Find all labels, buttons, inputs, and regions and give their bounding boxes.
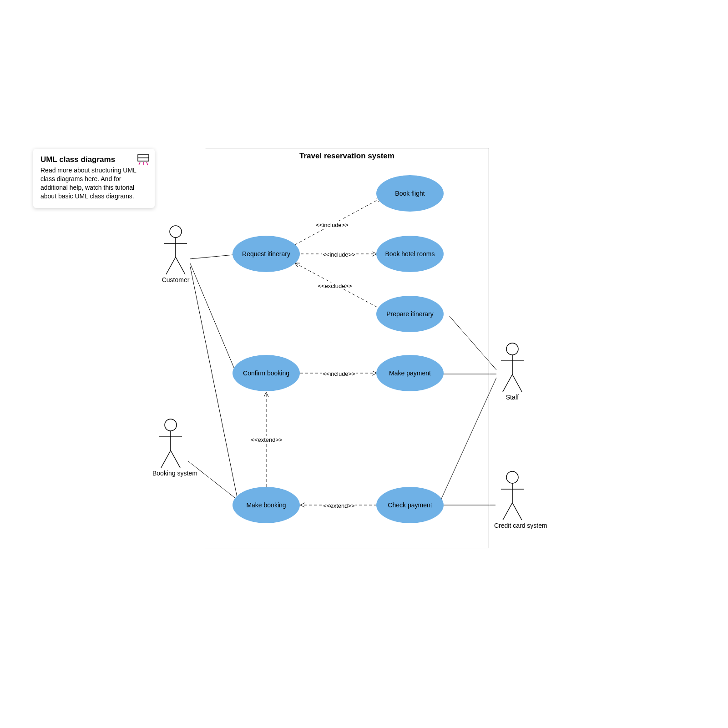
actor-label-booking-system: Booking system: [152, 470, 189, 477]
tip-body: Read more about structuring UML class di…: [40, 166, 147, 201]
svg-line-32: [503, 374, 512, 392]
diagram-canvas: UML class diagrams Read more about struc…: [0, 0, 728, 728]
svg-line-22: [166, 257, 176, 274]
svg-point-34: [506, 471, 518, 483]
svg-point-24: [165, 419, 177, 431]
actor-booking-system[interactable]: Booking system: [152, 419, 189, 477]
actor-label-customer: Customer: [157, 276, 194, 283]
system-title: Travel reservation system: [205, 152, 489, 161]
actor-credit-card-system[interactable]: Credit card system: [494, 471, 531, 529]
usecase-request-itinerary[interactable]: Request itinerary: [233, 236, 300, 272]
svg-line-4: [147, 162, 148, 165]
usecase-book-flight[interactable]: Book flight: [376, 175, 444, 212]
svg-line-27: [161, 450, 171, 468]
actor-customer[interactable]: Customer: [157, 225, 194, 283]
usecase-make-booking[interactable]: Make booking: [233, 487, 300, 523]
svg-point-29: [506, 343, 518, 355]
actor-label-credit-card-system: Credit card system: [494, 522, 531, 529]
actor-staff[interactable]: Staff: [494, 343, 531, 401]
usecase-prepare-itinerary[interactable]: Prepare itinerary: [376, 296, 444, 332]
svg-line-23: [176, 257, 185, 274]
svg-line-38: [512, 503, 522, 520]
usecase-make-payment[interactable]: Make payment: [376, 355, 444, 391]
svg-line-28: [171, 450, 180, 468]
tip-title: UML class diagrams: [40, 155, 147, 164]
usecase-check-payment[interactable]: Check payment: [376, 487, 444, 523]
svg-line-33: [512, 374, 522, 392]
svg-point-19: [170, 226, 182, 238]
usecase-book-hotel-rooms[interactable]: Book hotel rooms: [376, 236, 444, 272]
actor-label-staff: Staff: [494, 394, 531, 401]
svg-line-37: [503, 503, 512, 520]
svg-line-2: [139, 162, 140, 165]
system-boundary: [205, 148, 489, 548]
usecase-confirm-booking[interactable]: Confirm booking: [233, 355, 300, 391]
class-diagram-icon: [137, 154, 149, 166]
tip-card: UML class diagrams Read more about struc…: [33, 149, 155, 208]
